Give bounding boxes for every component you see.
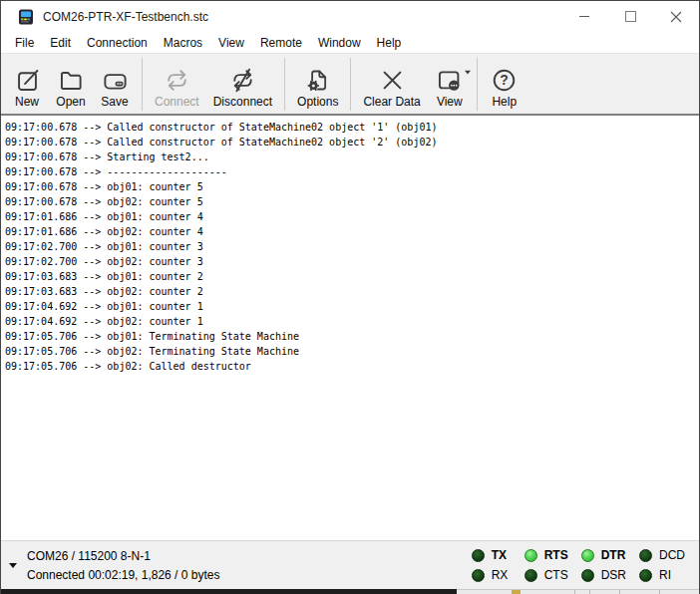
dtr-led-icon [581,549,594,562]
log-line: 09:17:00.678 --> Called constructor of S… [5,135,699,149]
menu-remote[interactable]: Remote [252,34,310,52]
toolbar-separator [142,58,143,111]
save-button[interactable]: Save [93,56,137,113]
clear-data-button-label: Clear Data [363,96,420,109]
menu-macros[interactable]: Macros [156,34,210,52]
app-icon [18,9,34,25]
log-area[interactable]: 09:17:00.678 --> Called constructor of S… [1,116,699,540]
maximize-button[interactable] [607,1,653,32]
log-line: 09:17:04.692 --> obj02: counter 1 [5,314,699,329]
background-accent [512,590,521,594]
cts-led-label: CTS [544,568,568,582]
connection-status-text: Connected 00:02:19, 1,826 / 0 bytes [27,568,219,582]
log-line: 09:17:03.683 --> obj01: counter 2 [5,269,699,284]
new-icon [14,67,41,94]
led-tx: TX [472,548,512,562]
toolbar-separator [350,58,351,111]
status-texts: COM26 / 115200 8-N-1 Connected 00:02:19,… [27,549,219,582]
rts-led-icon [525,549,537,562]
log-line: 09:17:02.700 --> obj01: counter 3 [5,239,699,254]
dcd-led-label: DCD [659,548,685,562]
open-button-label: Open [56,96,85,109]
log-line: 09:17:05.706 --> obj02: Terminating Stat… [5,344,699,359]
svg-text:?: ? [501,72,510,88]
rx-led-icon [472,569,485,582]
status-dropdown-icon[interactable] [9,563,17,568]
rts-led-label: RTS [544,548,568,562]
close-icon [670,11,682,23]
log-line: 09:17:00.678 --> -------------------- [5,164,699,179]
led-dsr: DSR [581,568,626,582]
options-icon [304,67,331,94]
log-line: 09:17:05.706 --> obj02: Called destructo… [5,359,699,374]
menu-file[interactable]: File [7,34,42,52]
open-button[interactable]: Open [49,56,93,113]
log-line: 09:17:04.692 --> obj01: counter 1 [5,299,699,314]
led-rts: RTS [525,548,568,562]
toolbar-separator [477,58,478,111]
view-icon [436,67,463,94]
background-tick [659,590,660,594]
maximize-icon [625,11,636,22]
signal-leds: TX RTS DTR DCD RX CTS [472,548,685,582]
log-line: 09:17:03.683 --> obj02: counter 2 [5,284,699,299]
status-bar: COM26 / 115200 8-N-1 Connected 00:02:19,… [1,540,699,589]
title-bar: COM26-PTR-XF-Testbench.stc [1,1,699,32]
close-button[interactable] [653,1,699,32]
menu-view[interactable]: View [210,34,252,52]
save-button-label: Save [101,96,128,109]
cts-led-icon [525,569,537,582]
log-line: 09:17:00.678 --> Starting test2... [5,149,699,164]
save-icon [102,67,129,94]
log-line: 09:17:00.678 --> Called constructor of S… [5,120,699,135]
menu-window[interactable]: Window [310,34,369,52]
view-button[interactable]: View [428,56,472,113]
disconnect-button-label: Disconnect [213,96,272,109]
new-button-label: New [15,96,39,109]
view-button-label: View [437,96,463,109]
options-button-label: Options [297,96,338,109]
rx-led-label: RX [492,568,509,582]
log-line: 09:17:00.678 --> obj02: counter 5 [5,194,699,209]
connect-button-label: Connect [155,96,199,109]
minimize-icon [579,16,589,17]
app-window: COM26-PTR-XF-Testbench.stc File Edit Con… [0,0,700,594]
log-line: 09:17:01.686 --> obj02: counter 4 [5,224,699,239]
minimize-button[interactable] [561,1,607,32]
help-button[interactable]: ? Help [483,56,526,113]
background-tick [574,590,575,594]
log-line: 09:17:01.686 --> obj01: counter 4 [5,209,699,224]
led-dcd: DCD [639,548,685,562]
toolbar: New Open Save Connect [1,53,699,116]
connect-button[interactable]: Connect [148,56,206,113]
tx-led-icon [472,549,485,562]
help-button-label: Help [492,96,517,109]
window-bottom-edge [1,589,699,594]
window-title: COM26-PTR-XF-Testbench.stc [43,10,208,24]
connect-icon [164,67,190,94]
clear-data-button[interactable]: Clear Data [356,56,427,113]
dsr-led-icon [581,569,594,582]
new-button[interactable]: New [5,56,49,113]
log-line: 09:17:02.700 --> obj02: counter 3 [5,254,699,269]
menu-connection[interactable]: Connection [79,34,156,52]
dcd-led-icon [639,549,652,562]
led-rx: RX [472,568,512,582]
disconnect-button[interactable]: Disconnect [206,56,279,113]
ri-led-label: RI [659,568,671,582]
menu-help[interactable]: Help [369,34,410,52]
disconnect-icon [229,67,256,94]
view-dropdown-caret-icon [465,71,471,75]
port-settings-text: COM26 / 115200 8-N-1 [27,549,219,563]
view-icon-wrap [436,67,463,94]
led-ri: RI [639,568,685,582]
options-button[interactable]: Options [290,56,345,113]
led-cts: CTS [525,568,568,582]
help-icon: ? [491,67,518,94]
background-tick [619,590,620,594]
window-controls [561,1,699,32]
menu-edit[interactable]: Edit [42,34,79,52]
dsr-led-label: DSR [601,568,626,582]
background-window-sliver [457,589,699,594]
log-line: 09:17:00.678 --> obj01: counter 5 [5,179,699,194]
